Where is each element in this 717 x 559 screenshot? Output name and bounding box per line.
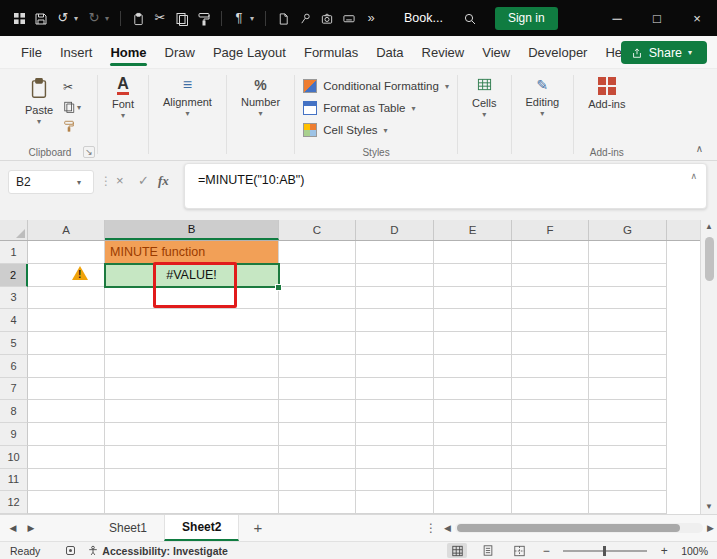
cell-A5[interactable] (28, 332, 105, 355)
column-header-E[interactable]: E (434, 220, 512, 240)
cell-G4[interactable] (589, 309, 667, 332)
row-header-2[interactable]: 2 (0, 264, 28, 287)
horizontal-scrollbar-track[interactable] (455, 523, 703, 533)
column-header-D[interactable]: D (356, 220, 434, 240)
sheet-options-icon[interactable]: ⋮ (424, 515, 438, 541)
menu-tab-insert[interactable]: Insert (51, 37, 102, 68)
macro-record-icon[interactable] (66, 546, 75, 555)
menu-tab-view[interactable]: View (473, 37, 519, 68)
cell-E11[interactable] (434, 469, 512, 492)
clipboard-icon[interactable] (127, 0, 149, 36)
cell-E8[interactable] (434, 400, 512, 423)
cell-D12[interactable] (356, 491, 434, 514)
cell-E9[interactable] (434, 423, 512, 446)
sign-in-button[interactable]: Sign in (495, 7, 558, 30)
formula-input[interactable]: =MINUTE("10:AB") ∧ (184, 163, 707, 209)
previous-sheet-icon[interactable]: ◀ (4, 515, 22, 541)
row-header-5[interactable]: 5 (0, 332, 28, 355)
cell-A12[interactable] (28, 491, 105, 514)
cell-G1[interactable] (589, 241, 667, 264)
cell-B4[interactable] (105, 309, 279, 332)
cell-F8[interactable] (512, 400, 589, 423)
editing-button[interactable]: ✎ Editing ▾ (520, 74, 566, 119)
cell-A11[interactable] (28, 469, 105, 492)
cell-B1[interactable]: MINUTE function (105, 241, 279, 264)
insert-function-icon[interactable]: fx (158, 173, 169, 189)
menu-tab-home[interactable]: Home (101, 37, 155, 68)
cell-D1[interactable] (356, 241, 434, 264)
format-painter-button[interactable] (63, 120, 81, 132)
keyboard-icon[interactable] (338, 0, 360, 36)
cell-E6[interactable] (434, 355, 512, 378)
cell-G9[interactable] (589, 423, 667, 446)
cell-C9[interactable] (279, 423, 356, 446)
cell-F2[interactable] (512, 264, 589, 287)
cell-B10[interactable] (105, 446, 279, 469)
cell-F10[interactable] (512, 446, 589, 469)
name-box-drag-handle[interactable]: ⋮ (100, 174, 112, 188)
cell-C3[interactable] (279, 287, 356, 310)
column-header-F[interactable]: F (512, 220, 589, 240)
menu-tab-review[interactable]: Review (413, 37, 474, 68)
accessibility-checker[interactable]: Accessibility: Investigate (88, 545, 227, 557)
cell-D2[interactable] (356, 264, 434, 287)
horizontal-scrollbar[interactable]: ◀ ▶ (444, 515, 714, 541)
addins-button[interactable]: Add-ins (582, 74, 631, 113)
cell-G8[interactable] (589, 400, 667, 423)
cell-C7[interactable] (279, 378, 356, 401)
scroll-right-icon[interactable]: ▶ (707, 523, 714, 533)
cell-B3[interactable] (105, 287, 279, 310)
cell-C5[interactable] (279, 332, 356, 355)
zoom-in-button[interactable]: + (658, 544, 670, 558)
row-header-12[interactable]: 12 (0, 491, 28, 514)
save-icon[interactable] (30, 0, 52, 36)
cell-A3[interactable] (28, 287, 105, 310)
cell-D7[interactable] (356, 378, 434, 401)
cell-B8[interactable] (105, 400, 279, 423)
app-launcher-icon[interactable] (8, 0, 30, 36)
cell-F7[interactable] (512, 378, 589, 401)
row-header-1[interactable]: 1 (0, 241, 28, 264)
cell-B11[interactable] (105, 469, 279, 492)
cut-button[interactable]: ✂ (63, 80, 81, 94)
cell-F6[interactable] (512, 355, 589, 378)
cell-A9[interactable] (28, 423, 105, 446)
column-header-A[interactable]: A (28, 220, 105, 240)
cell-B9[interactable] (105, 423, 279, 446)
undo-chevron-icon[interactable]: ▾ (74, 14, 83, 23)
conditional-formatting-button[interactable]: Conditional Formatting ▾ (303, 79, 449, 93)
scroll-down-icon[interactable]: ▼ (705, 500, 713, 514)
cell-G3[interactable] (589, 287, 667, 310)
column-header-B[interactable]: B (105, 220, 279, 240)
cell-E7[interactable] (434, 378, 512, 401)
cut-icon[interactable]: ✂ (149, 0, 171, 36)
cell-F11[interactable] (512, 469, 589, 492)
menu-tab-formulas[interactable]: Formulas (295, 37, 367, 68)
menu-tab-developer[interactable]: Developer (519, 37, 596, 68)
cell-D10[interactable] (356, 446, 434, 469)
cell-A8[interactable] (28, 400, 105, 423)
zoom-level[interactable]: 100% (681, 545, 708, 557)
cell-F5[interactable] (512, 332, 589, 355)
cell-F3[interactable] (512, 287, 589, 310)
alignment-button[interactable]: ≡ Alignment ▾ (157, 74, 218, 119)
menu-tab-page-layout[interactable]: Page Layout (204, 37, 295, 68)
sheet-tab-sheet2[interactable]: Sheet2 (164, 515, 239, 541)
cell-G5[interactable] (589, 332, 667, 355)
cell-B12[interactable] (105, 491, 279, 514)
row-header-6[interactable]: 6 (0, 355, 28, 378)
cell-E12[interactable] (434, 491, 512, 514)
undo-icon[interactable]: ↺ (52, 0, 74, 36)
vertical-scrollbar-thumb[interactable] (705, 237, 714, 281)
cell-C12[interactable] (279, 491, 356, 514)
paste-button[interactable]: Paste ▾ (19, 74, 59, 132)
cell-A4[interactable] (28, 309, 105, 332)
cell-E10[interactable] (434, 446, 512, 469)
cell-G11[interactable] (589, 469, 667, 492)
vertical-scrollbar[interactable]: ▲ ▼ (700, 220, 717, 514)
cell-D8[interactable] (356, 400, 434, 423)
cell-F1[interactable] (512, 241, 589, 264)
close-button[interactable]: × (677, 0, 717, 36)
cell-G7[interactable] (589, 378, 667, 401)
camera-icon[interactable] (316, 0, 338, 36)
